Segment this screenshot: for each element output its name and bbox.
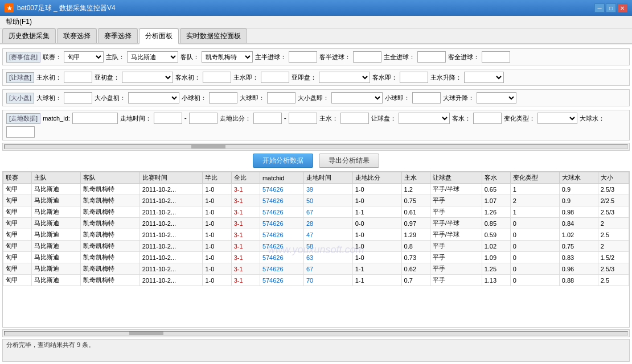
table-cell: 3-1 bbox=[231, 229, 260, 241]
table-cell: 1-0 bbox=[203, 275, 231, 286]
table-cell: 1-1 bbox=[352, 275, 401, 286]
table-cell: 70 bbox=[303, 275, 352, 286]
init-water-input[interactable] bbox=[64, 72, 92, 83]
table-cell: 1-0 bbox=[352, 195, 401, 206]
live-handicap-bs-select[interactable] bbox=[331, 92, 383, 104]
init-big-input[interactable] bbox=[64, 92, 92, 104]
table-cell: 2 bbox=[510, 195, 559, 206]
walk-time-start-input[interactable] bbox=[154, 113, 182, 124]
live-water-input[interactable] bbox=[261, 72, 289, 83]
init-small-input[interactable] bbox=[209, 92, 237, 104]
league-select[interactable]: 匈甲 bbox=[64, 51, 104, 63]
close-button[interactable]: ✕ bbox=[617, 3, 627, 13]
table-row: 匈甲马比斯迪凯奇凯梅特2011-10-2...1-03-1574626631-0… bbox=[3, 252, 629, 263]
table-cell: 1.02 bbox=[559, 229, 598, 241]
table-cell: 2.5/3 bbox=[598, 184, 629, 195]
table-cell: 1-0 bbox=[352, 252, 401, 263]
table-cell: 574626 bbox=[260, 252, 303, 263]
rise-select[interactable] bbox=[464, 72, 504, 83]
big-rise-select[interactable] bbox=[477, 92, 516, 104]
table-cell: 马比斯迪 bbox=[32, 252, 81, 263]
table-cell: 0.73 bbox=[401, 252, 430, 263]
export-results-button[interactable]: 导出分析结果 bbox=[319, 154, 379, 168]
table-cell: 0.98 bbox=[559, 206, 598, 218]
table-cell: 574626 bbox=[260, 206, 303, 218]
table-cell: 1-0 bbox=[352, 229, 401, 241]
table-cell: 2 bbox=[598, 218, 629, 229]
walk-time-end-input[interactable] bbox=[189, 113, 217, 124]
table-row: 匈甲马比斯迪凯奇凯梅特2011-10-2...1-03-1574626671-1… bbox=[3, 263, 629, 275]
table-cell: 1.25 bbox=[482, 263, 510, 275]
table-cell: 574626 bbox=[260, 241, 303, 252]
col-big-water: 大球水 bbox=[559, 172, 598, 184]
live-small-input[interactable] bbox=[412, 92, 441, 104]
table-cell: 平手 bbox=[430, 241, 482, 252]
help-menu[interactable]: 帮助(F1) bbox=[2, 16, 35, 28]
col-half: 半比 bbox=[203, 172, 231, 184]
table-cell: 平手 bbox=[430, 275, 482, 286]
table-cell: 马比斯迪 bbox=[32, 184, 81, 195]
table-cell: 平手 bbox=[430, 206, 482, 218]
table-cell: 匈甲 bbox=[3, 206, 32, 218]
tab-season-select[interactable]: 赛季选择 bbox=[98, 28, 138, 43]
table-cell: 1.07 bbox=[482, 195, 510, 206]
match-id-input[interactable] bbox=[72, 113, 118, 124]
col-full: 全比 bbox=[231, 172, 260, 184]
table-cell: 1-0 bbox=[352, 184, 401, 195]
handicap-label: [让球盘] bbox=[6, 72, 34, 83]
tab-realtime[interactable]: 实时数据监控面板 bbox=[180, 28, 247, 43]
home-water-input[interactable] bbox=[340, 113, 369, 124]
table-cell: 574626 bbox=[260, 263, 303, 275]
table-cell: 0.83 bbox=[559, 252, 598, 263]
table-cell: 2011-10-2... bbox=[139, 241, 203, 252]
table-cell: 2011-10-2... bbox=[139, 263, 203, 275]
table-cell: 匈甲 bbox=[3, 252, 32, 263]
table-cell: 39 bbox=[303, 184, 352, 195]
change-type-select[interactable] bbox=[537, 113, 577, 124]
table-cell: 574626 bbox=[260, 218, 303, 229]
col-home: 主队 bbox=[32, 172, 81, 184]
full-home-input[interactable] bbox=[417, 51, 446, 63]
handicap-wd-select[interactable] bbox=[399, 113, 450, 124]
tab-league-select[interactable]: 联赛选择 bbox=[57, 28, 97, 43]
half-home-input[interactable] bbox=[289, 51, 317, 63]
table-cell: 0.75 bbox=[559, 241, 598, 252]
table-header-row: 联赛 主队 客队 比赛时间 半比 全比 matchid 走地时间 走地比分 主水… bbox=[3, 172, 629, 184]
away-team-select[interactable]: 凯奇凯梅特 bbox=[202, 51, 253, 63]
table-cell: 574626 bbox=[260, 229, 303, 241]
tab-history-data[interactable]: 历史数据采集 bbox=[2, 28, 56, 43]
table-cell: 马比斯迪 bbox=[32, 263, 81, 275]
table-cell: 1.2 bbox=[401, 184, 430, 195]
init-handicap-bs-select[interactable] bbox=[128, 92, 179, 104]
top-scrollbar[interactable] bbox=[2, 143, 630, 151]
big-water-input[interactable] bbox=[6, 126, 35, 138]
live-away-water-input[interactable] bbox=[400, 72, 428, 83]
table-cell: 1-0 bbox=[203, 195, 231, 206]
table-cell: 1-0 bbox=[203, 206, 231, 218]
table-cell: 0.61 bbox=[401, 206, 430, 218]
home-team-select[interactable]: 马比斯迪 bbox=[127, 51, 178, 63]
walk-score-home-input[interactable] bbox=[253, 113, 282, 124]
init-away-water-input[interactable] bbox=[203, 72, 231, 83]
init-handicap-select[interactable] bbox=[122, 72, 173, 83]
table-cell: 平手/半球 bbox=[430, 229, 482, 241]
table-cell: 0-0 bbox=[352, 218, 401, 229]
minimize-button[interactable]: ─ bbox=[594, 3, 605, 13]
live-handicap-select[interactable] bbox=[319, 72, 370, 83]
half-away-input[interactable] bbox=[353, 51, 381, 63]
walk-time-label: 走地时间： bbox=[120, 114, 151, 123]
live-big-input[interactable] bbox=[267, 92, 296, 104]
away-water-wd-input[interactable] bbox=[473, 113, 502, 124]
table-cell: 1.5/2 bbox=[598, 252, 629, 263]
start-analysis-button[interactable]: 开始分析数据 bbox=[253, 154, 313, 168]
tab-analysis[interactable]: 分析面板 bbox=[139, 28, 179, 44]
table-cell: 平手/半球 bbox=[430, 184, 482, 195]
maximize-button[interactable]: □ bbox=[606, 3, 616, 13]
bottom-scrollbar[interactable] bbox=[2, 329, 630, 337]
full-away-input[interactable] bbox=[482, 51, 510, 63]
table-cell: 1-1 bbox=[352, 206, 401, 218]
live-away-water-label: 客水即： bbox=[372, 73, 397, 82]
walk-score-away-input[interactable] bbox=[289, 113, 317, 124]
table-cell: 2.5/3 bbox=[598, 263, 629, 275]
big-rise-label: 大球升降： bbox=[443, 94, 474, 102]
